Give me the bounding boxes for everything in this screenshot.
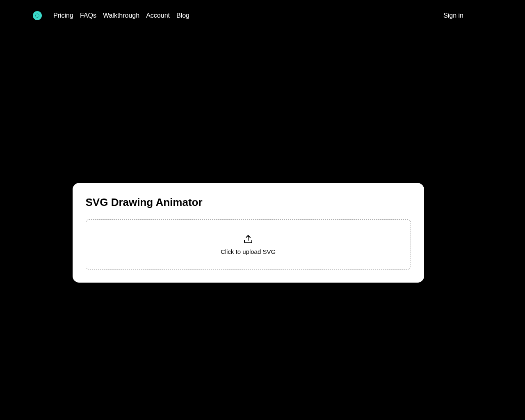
nav-link-pricing[interactable]: Pricing	[53, 12, 73, 19]
upload-label: Click to upload SVG	[221, 248, 276, 255]
upload-icon	[243, 234, 253, 244]
header-left-group: Pricing FAQs Walkthrough Account Blog	[33, 11, 189, 20]
nav-link-account[interactable]: Account	[146, 12, 170, 19]
upload-dropzone[interactable]: Click to upload SVG	[86, 219, 411, 269]
card-title: SVG Drawing Animator	[86, 196, 411, 209]
nav-link-walkthrough[interactable]: Walkthrough	[103, 12, 139, 19]
animator-card: SVG Drawing Animator Click to upload SVG	[73, 183, 424, 283]
main-nav: Pricing FAQs Walkthrough Account Blog	[53, 12, 189, 19]
logo[interactable]	[33, 11, 42, 20]
logo-inner-circle	[35, 14, 39, 18]
nav-link-faqs[interactable]: FAQs	[80, 12, 96, 19]
main-content: SVG Drawing Animator Click to upload SVG	[0, 31, 496, 283]
main-header: Pricing FAQs Walkthrough Account Blog Si…	[0, 0, 496, 31]
nav-link-blog[interactable]: Blog	[176, 12, 189, 19]
signin-link[interactable]: Sign in	[443, 12, 463, 19]
